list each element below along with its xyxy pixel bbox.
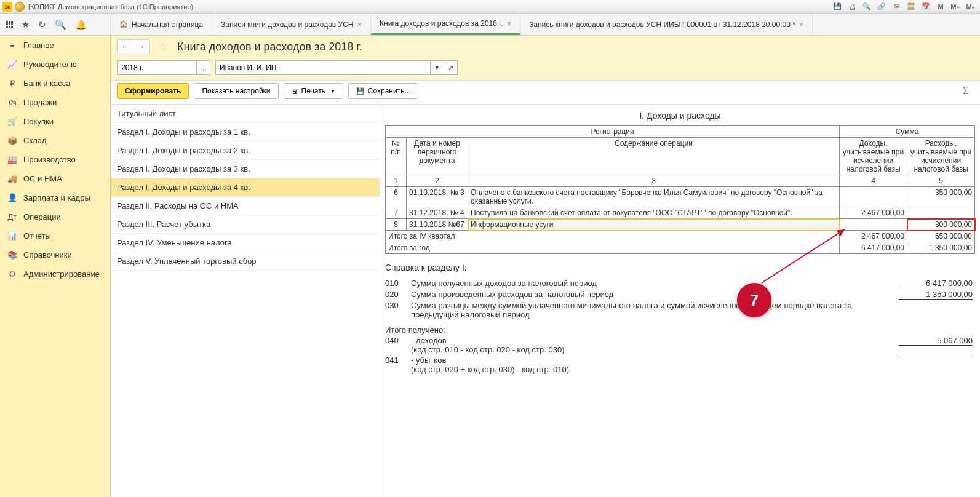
save-button[interactable]: 💾Сохранить... [348,83,419,99]
tabs: 🏠Начальная страницаЗаписи книги доходов … [111,14,980,35]
spravka-text: Сумма полученных доходов за налоговый пе… [411,279,891,288]
favorite-star-icon[interactable]: ☆ [159,40,169,54]
scale-mplus-icon[interactable]: M+ [950,2,960,12]
scale-mminus-icon[interactable]: M- [965,2,975,12]
table-row[interactable]: 731.12.2018, № 4Поступила на банковский … [386,207,975,219]
tab[interactable]: 🏠Начальная страница [111,14,212,35]
tab[interactable]: Запись книги доходов и расходов УСН ИИБП… [520,14,813,35]
nav-item[interactable]: Титульный лист [111,105,380,123]
nav-item[interactable]: Раздел I. Доходы и расходы за 1 кв. [111,123,380,141]
tab[interactable]: Записи книги доходов и расходов УСН× [212,14,371,35]
sidebar-icon: 🛍 [7,98,17,107]
spravka-row: 041- убытков(код стр. 020 + код стр. 030… [385,356,975,374]
sidebar-item[interactable]: 🛒Покупки [0,112,110,131]
spravka-code: 010 [385,279,404,288]
org-open-icon[interactable]: ↗ [444,60,458,75]
org-dropdown-icon[interactable]: ▼ [431,60,444,75]
sidebar-item[interactable]: ≡Главное [0,36,110,55]
spravka-value [899,356,973,356]
show-settings-button[interactable]: Показать настройки [194,83,278,99]
sidebar-item[interactable]: 👤Зарплата и кадры [0,188,110,207]
spravka-code: 040 [385,336,404,345]
tab[interactable]: Книга доходов и расходов за 2018 г.× [371,14,520,35]
sigma-icon[interactable]: Σ [958,83,974,99]
sidebar-item[interactable]: 🛍Продажи [0,93,110,112]
nav-item[interactable]: Раздел IV. Уменьшение налога [111,234,380,252]
nav-item[interactable]: Раздел V. Уплаченный торговый сбор [111,252,380,271]
sidebar-item[interactable]: 📈Руководителю [0,55,110,74]
bell-icon[interactable]: 🔔 [75,19,87,30]
favorite-icon[interactable]: ★ [22,19,30,30]
report-panel: I. Доходы и расходы Регистрация Сумма № … [380,105,980,497]
calc-icon[interactable]: 🧮 [906,2,916,12]
forward-button[interactable]: → [133,40,149,54]
save-icon[interactable]: 💾 [832,2,842,12]
close-icon[interactable]: × [799,20,804,29]
sidebar-label: Склад [23,136,47,145]
sidebar-icon: Дт [7,212,17,221]
sidebar-item[interactable]: 🚚ОС и НМА [0,169,110,188]
chevron-down-icon: ▼ [330,89,335,94]
sidebar-icon: ₽ [7,79,17,88]
nav-item[interactable]: Раздел II. Расходы на ОС и НМА [111,197,380,215]
sidebar-icon: ⚙ [7,269,17,279]
sidebar-item[interactable]: ДтОперации [0,207,110,226]
calendar-icon[interactable]: 📅 [921,2,931,12]
tab-label: Запись книги доходов и расходов УСН ИИБП… [529,20,795,29]
minimize-icon[interactable] [15,2,25,12]
period-input[interactable] [117,60,197,75]
total-income: 6 417 000,00 [840,242,907,254]
back-button[interactable]: ← [118,40,133,54]
period-picker-icon[interactable]: … [197,60,210,75]
table-row[interactable]: 601.10.2018, № 3Оплачено с банковского с… [386,187,975,207]
mail-icon[interactable]: ✉ [891,2,901,12]
sidebar-label: ОС и НМА [23,174,62,183]
sidebar-label: Операции [23,212,61,221]
sidebar-icon: 📦 [7,136,17,145]
org-input[interactable] [215,60,431,75]
home-icon: 🏠 [119,20,128,28]
sidebar-item[interactable]: 📊Отчеты [0,226,110,245]
apps-icon[interactable] [6,21,13,28]
spravka-value: 5 067 000 [899,336,973,346]
spravka-row: 010Сумма полученных доходов за налоговый… [385,279,975,288]
sidebar-item[interactable]: ⚙Администрирование [0,264,110,284]
close-icon[interactable]: × [507,19,512,28]
total-row: Итого за IV квартал2 467 000,00650 000,0… [386,231,975,242]
cell-expense: 350 000,00 [907,187,975,207]
sidebar-icon: 🏭 [7,155,17,164]
col-number: 1 [386,175,407,187]
link-icon[interactable]: 🔗 [877,2,886,12]
sidebar-icon: 📚 [7,250,17,260]
tab-label: Начальная страница [132,20,203,29]
cell-op: Оплачено с банковского счета поставщику … [468,187,840,207]
form-button[interactable]: Сформировать [117,83,189,99]
cell-income [840,219,907,231]
sidebar-item[interactable]: 📚Справочники [0,245,110,264]
history-icon[interactable]: ↻ [38,19,46,30]
spravka-row: 020Сумма произведенных расходов за налог… [385,290,975,300]
sidebar-item[interactable]: 🏭Производство [0,150,110,169]
print-icon[interactable]: 🖨 [847,2,857,12]
sidebar-item[interactable]: 📦Склад [0,131,110,150]
col-number: 3 [468,175,840,187]
print-button[interactable]: 🖨Печать▼ [284,83,343,99]
tab-label: Книга доходов и расходов за 2018 г. [380,19,503,28]
sidebar-icon: 👤 [7,193,17,202]
sidebar-icon: 📊 [7,231,17,241]
sidebar-item[interactable]: ₽Банк и касса [0,74,110,93]
filters: … ▼ ↗ [111,58,980,80]
nav-item[interactable]: Раздел I. Доходы и расходы за 4 кв. [111,178,380,197]
cell-expense: 300 000,00 [907,219,975,231]
nav-item[interactable]: Раздел I. Доходы и расходы за 2 кв. [111,141,380,160]
sidebar-icon: 🚚 [7,174,17,183]
close-icon[interactable]: × [357,20,362,29]
find-icon[interactable]: 🔍 [55,19,66,30]
nav-item[interactable]: Раздел I. Доходы и расходы за 3 кв. [111,160,380,178]
col-number: 4 [840,175,907,187]
table-row[interactable]: 831.10.2018 №67Информационные усуги300 0… [386,219,975,231]
nav-item[interactable]: Раздел III. Расчет убытка [111,215,380,234]
search-icon[interactable]: 🔍 [862,2,872,12]
scale-m-icon[interactable]: M [936,2,946,12]
callout-badge: 7 [737,283,771,317]
